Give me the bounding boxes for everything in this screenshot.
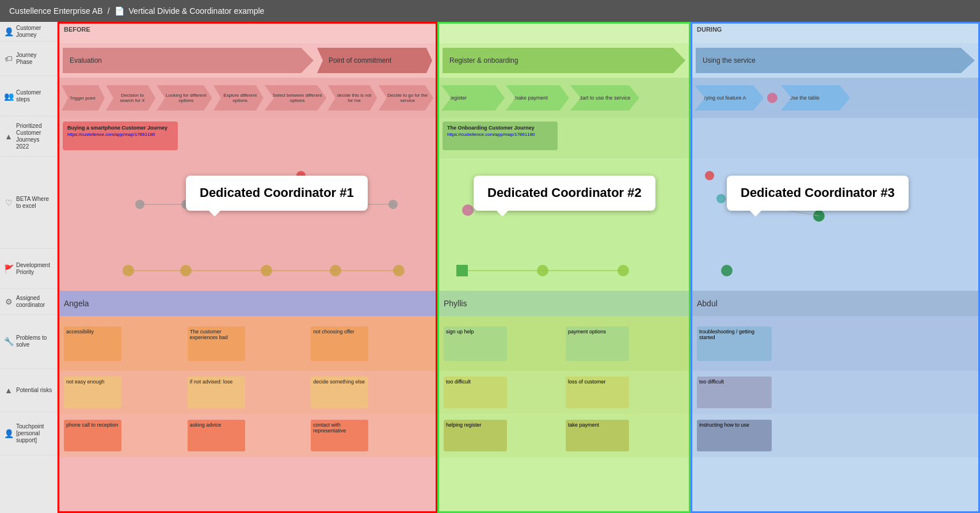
before-risks: not easy enough if not advised: lose dec… <box>59 371 436 414</box>
main-container: 👤 Customer Journey 🏷 Journey Phase 👥 Cus… <box>0 22 980 513</box>
sidebar-row-risks: ▲ Potential risks <box>0 369 57 412</box>
flag-icon: 🚩 <box>3 264 14 273</box>
during-green-touchpoints: helping register take payment <box>439 414 689 457</box>
sticky-payment-options: payment options <box>566 326 629 361</box>
svg-point-25 <box>721 265 733 276</box>
sidebar-label-beta: BETA Where to excel <box>16 196 54 210</box>
during-blue-problems: troubleshooting / getting started <box>692 316 978 371</box>
sidebar-row-customer-steps: 👥 Customer steps <box>0 76 57 116</box>
before-dev-line <box>59 250 436 291</box>
sidebar-label-dev-priority: Development Priority <box>16 262 54 276</box>
step-7: Decide to go for the service <box>378 85 433 111</box>
touch-col-1: phone call to reception <box>64 420 184 451</box>
sticky-take-payment: take payment <box>566 420 629 451</box>
before-touchpoints: phone call to reception asking advice co… <box>59 414 436 457</box>
svg-point-7 <box>123 265 134 276</box>
risk-col-2: if not advised: lose <box>188 377 308 408</box>
during-green-phase-row: Register & onboarding <box>439 43 689 78</box>
sidebar-row-beta: ♡ BETA Where to excel <box>0 157 57 249</box>
before-header: BEFORE <box>59 24 436 43</box>
sticky-accessibility: accessibility <box>64 326 121 361</box>
before-customer-steps: Trigger point Decision to search for X L… <box>59 78 436 118</box>
svg-point-10 <box>330 265 341 276</box>
wrench-icon: 🔧 <box>3 337 14 346</box>
tag-icon: 🏷 <box>3 54 14 63</box>
svg-point-22 <box>813 210 825 222</box>
step-register: register <box>441 85 505 111</box>
doc-icon: 📄 <box>115 6 124 16</box>
step-payment: make payment <box>506 85 569 111</box>
problem-col-2: The customer experiences bad <box>188 326 308 361</box>
people-icon: 👥 <box>3 92 14 101</box>
during-green-risks: too difficult loss of customer <box>439 371 689 414</box>
sticky-not-choosing: not choosing offer <box>311 326 368 361</box>
sticky-helping-register: helping register <box>444 420 507 451</box>
risk-col-1: not easy enough <box>64 377 184 408</box>
svg-point-13 <box>462 204 474 216</box>
sidebar-row-prioritized-journeys: ▲ Prioritized Customer Journeys 2022 <box>0 116 57 157</box>
sticky-risk-2: if not advised: lose <box>188 377 245 408</box>
during-blue-touchpoints: instructing how to use <box>692 414 978 457</box>
during-green-dev-row <box>439 250 689 291</box>
sticky-risk-1: not easy enough <box>64 377 121 408</box>
during-green-coordinator: Phyllis <box>439 291 689 316</box>
svg-point-0 <box>135 200 144 209</box>
step-6: decide this is not for me <box>328 85 377 111</box>
during-blue-steps: trying out feature A Use the table <box>692 78 978 118</box>
phase-using-service: Using the service <box>696 48 975 73</box>
contact-icon: 👤 <box>3 429 14 438</box>
sidebar-label-problems: Problems to solve <box>16 335 54 348</box>
g-risk-2: loss of customer <box>566 377 684 408</box>
sidebar-label-risks: Potential risks <box>16 387 52 394</box>
sticky-sign-up: sign up help <box>444 326 507 361</box>
svg-point-18 <box>537 265 548 276</box>
triangle-icon: ▲ <box>3 132 14 141</box>
content-area: BEFORE Evaluation Point of commitment Tr… <box>58 22 980 513</box>
sticky-touch-2: asking advice <box>188 420 245 451</box>
during-green-steps: register make payment start to use the s… <box>439 78 689 118</box>
step-3: Looking for different options <box>157 85 212 111</box>
sticky-instructing: instructing how to use <box>697 420 772 451</box>
g-problem-2: payment options <box>566 326 684 361</box>
col-during-green: Register & onboarding register make paym… <box>437 22 691 513</box>
problem-col-3: not choosing offer <box>311 326 431 361</box>
warning-icon: ▲ <box>3 386 14 395</box>
sidebar-label-assigned-coordinator: Assigned coordinator <box>16 295 54 309</box>
during-blue-dev-line <box>692 250 978 291</box>
before-dev-row <box>59 250 436 291</box>
journey-card-green: The Onboarding Customer Journey https://… <box>443 121 558 150</box>
sticky-too-difficult: too difficult <box>444 377 507 408</box>
during-green-dev-line <box>439 250 689 291</box>
during-blue-header: DURING <box>692 24 978 43</box>
sidebar: 👤 Customer Journey 🏷 Journey Phase 👥 Cus… <box>0 22 58 513</box>
journey-card-before: Buying a smartphone Customer Journey htt… <box>63 121 178 150</box>
svg-point-4 <box>388 200 398 209</box>
before-journey-card-row: Buying a smartphone Customer Journey htt… <box>59 118 436 158</box>
sidebar-label-customer-steps: Customer steps <box>16 89 54 103</box>
heart-icon: ♡ <box>3 198 14 207</box>
step-2: Decision to search for X <box>106 85 155 111</box>
g-risk-1: too difficult <box>444 377 562 408</box>
svg-point-9 <box>261 265 272 276</box>
person-icon: 👤 <box>3 27 14 36</box>
step-5: Select between different options <box>265 85 327 111</box>
before-coordinator: Angela <box>59 291 436 316</box>
during-blue-coordinator: Abdul <box>692 291 978 316</box>
sticky-bad-experience: The customer experiences bad <box>188 326 245 361</box>
svg-point-11 <box>393 265 405 276</box>
gear-icon: ⚙ <box>3 297 14 306</box>
sidebar-row-touchpoint: 👤 Touchpoint [personal support] <box>0 412 57 455</box>
b-touch-1: instructing how to use <box>697 420 974 451</box>
svg-point-21 <box>716 194 726 203</box>
during-blue-beta-row: Dedicated Coordinator #3 <box>692 158 978 250</box>
during-blue-dev-row <box>692 250 978 291</box>
dot-purple <box>767 93 777 103</box>
coordinator-bubble-3: Dedicated Coordinator #3 <box>727 176 909 211</box>
svg-point-24 <box>705 171 714 180</box>
step-table: Use the table <box>781 85 850 111</box>
step-start: start to use the service <box>570 85 639 111</box>
risk-col-3: decide something else <box>311 377 431 408</box>
sidebar-row-journey-phase: 🏷 Journey Phase <box>0 41 57 76</box>
sidebar-label-journey-phase: Journey Phase <box>16 52 54 66</box>
during-blue-phase-row: Using the service <box>692 43 978 78</box>
